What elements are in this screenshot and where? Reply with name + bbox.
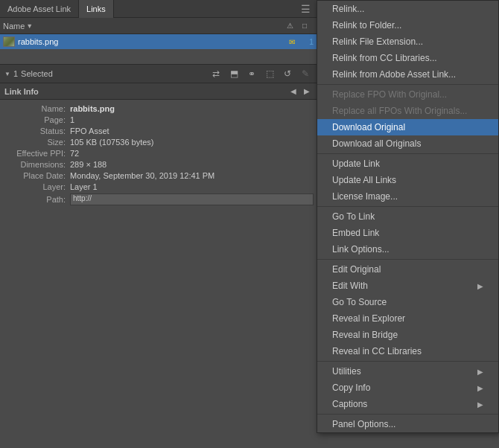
size-value: 105 KB (107536 bytes) [70,138,314,147]
menu-item-copy-info[interactable]: Copy Info▶ [317,380,498,396]
menu-item-captions[interactable]: Captions▶ [317,396,498,412]
path-label: Path: [3,195,70,204]
relink-folder-icon[interactable]: ⬒ [227,67,241,80]
layer-value: Layer 1 [70,182,314,191]
bottom-toolbar: ▼ 1 Selected ⇄ ⬒ ⚭ ⬚ ↺ ✎ [0,64,317,83]
file-name: rabbits.png [18,37,285,46]
menu-item-license-image[interactable]: License Image... [317,188,498,205]
table-row[interactable]: rabbits.png ✉ 1 [0,34,317,49]
nav-prev-btn[interactable]: ◀ [288,86,299,97]
menu-item-reveal-in-cc-libraries[interactable]: Reveal in CC Libraries [317,343,498,359]
place-date-value: Monday, September 30, 2019 12:41 PM [70,171,314,180]
context-menu: Relink...Relink to Folder...Relink File … [317,0,499,433]
menu-item-label-relink-from-cc: Relink from CC Libraries... [332,53,437,63]
info-row-layer: Layer: Layer 1 [3,182,314,191]
selected-text: Selected [21,69,53,78]
menu-item-label-captions: Captions [332,399,367,409]
menu-item-label-reveal-in-cc-libraries: Reveal in CC Libraries [332,346,422,356]
menu-item-replace-fpo: Replace FPO With Original... [317,86,498,103]
menu-item-label-copy-info: Copy Info [332,383,370,393]
menu-separator [317,206,498,207]
submenu-arrow-icon: ▶ [477,368,483,376]
menu-item-label-replace-fpo: Replace FPO With Original... [332,89,447,100]
file-thumbnail [3,36,15,47]
menu-item-label-panel-options: Panel Options... [332,419,395,429]
menu-item-link-options[interactable]: Link Options... [317,241,498,257]
menu-item-edit-original[interactable]: Edit Original [317,261,498,278]
tab-adobe-asset-link[interactable]: Adobe Asset Link [0,0,79,18]
file-status-icon: ✉ [285,35,299,48]
menu-item-reveal-in-bridge[interactable]: Reveal in Bridge [317,327,498,343]
menu-item-relink-from-cc[interactable]: Relink from CC Libraries... [317,50,498,66]
edit-icon: ✎ [299,67,312,80]
menu-item-go-to-link[interactable]: Go To Link [317,208,498,225]
relink-icon[interactable]: ⇄ [209,67,223,80]
info-row-ppi: Effective PPI: 72 [3,149,314,158]
link-info-body: Name: rabbits.png Page: 1 Status: FPO As… [0,100,317,448]
warning-col-icon: ⚠ [284,20,296,32]
info-row-place-date: Place Date: Monday, September 30, 2019 1… [3,171,314,180]
menu-item-download-all-originals[interactable]: Download all Originals [317,135,498,152]
menu-item-update-all-links[interactable]: Update All Links [317,172,498,188]
menu-item-label-relink-to-folder: Relink to Folder... [332,20,401,31]
link-info-header: Link Info ◀ ▶ [0,83,317,100]
info-row-dimensions: Dimensions: 289 × 188 [3,160,314,169]
menu-item-relink-file-extension[interactable]: Relink File Extension... [317,33,498,50]
menu-item-label-download-original: Download Original [332,122,405,132]
info-row-name: Name: rabbits.png [3,104,314,113]
menu-item-relink-from-adobe[interactable]: Relink from Adobe Asset Link... [317,66,498,83]
page-label: Page: [3,115,70,124]
menu-separator [317,361,498,362]
panel-menu-icon[interactable]: ☰ [295,3,317,15]
col-name-header: Name ▼ [3,22,284,31]
name-label: Name: [3,104,70,113]
submenu-arrow-icon: ▶ [477,384,483,392]
menu-item-reveal-in-explorer[interactable]: Reveal in Explorer [317,310,498,327]
place-date-label: Place Date: [3,171,70,180]
menu-item-label-replace-all-fpo: Replace all FPOs With Originals... [332,106,467,116]
info-row-status: Status: FPO Asset [3,127,314,135]
menu-item-label-relink-from-adobe: Relink from Adobe Asset Link... [332,69,456,80]
menu-item-embed-link[interactable]: Embed Link [317,225,498,241]
submenu-arrow-icon: ▶ [477,282,483,290]
menu-item-label-utilities: Utilities [332,366,361,377]
menu-item-relink-to-folder[interactable]: Relink to Folder... [317,17,498,33]
embed-icon[interactable]: ⬚ [263,67,276,80]
tab-links[interactable]: Links [79,0,114,18]
menu-item-utilities[interactable]: Utilities▶ [317,363,498,380]
menu-item-label-edit-with: Edit With [332,281,368,291]
menu-item-go-to-source[interactable]: Go To Source [317,294,498,310]
nav-next-btn[interactable]: ▶ [302,86,312,97]
menu-item-edit-with[interactable]: Edit With▶ [317,278,498,294]
menu-item-relink[interactable]: Relink... [317,1,498,17]
ppi-value: 72 [70,149,314,158]
menu-item-update-link[interactable]: Update Link [317,156,498,172]
dimensions-value: 289 × 188 [70,160,314,169]
selected-label: ▼ 1 Selected [4,69,53,78]
menu-item-download-original[interactable]: Download Original [317,119,498,135]
link-icon[interactable]: ⚭ [245,67,258,80]
info-row-size: Size: 105 KB (107536 bytes) [3,138,314,147]
submenu-arrow-icon: ▶ [477,400,483,409]
menu-item-label-download-all-originals: Download all Originals [332,138,421,149]
menu-item-label-reveal-in-bridge: Reveal in Bridge [332,330,398,340]
page-col-icon: □ [299,20,311,32]
tab-bar: Adobe Asset Link Links ☰ [0,0,317,18]
menu-item-label-update-all-links: Update All Links [332,175,396,185]
menu-item-panel-options[interactable]: Panel Options... [317,416,498,432]
status-value: FPO Asset [70,127,314,135]
path-value: http:// [70,193,314,205]
dimensions-label: Dimensions: [3,160,70,169]
file-page-number: 1 [299,37,314,46]
page-value: 1 [70,115,314,124]
menu-item-label-link-options: Link Options... [332,244,390,255]
info-row-page: Page: 1 [3,115,314,124]
column-headers: Name ▼ ⚠ □ [0,18,317,34]
menu-separator [317,84,498,85]
toolbar-icons: ⇄ ⬒ ⚭ ⬚ ↺ ✎ [209,67,312,80]
update-icon[interactable]: ↺ [281,67,294,80]
size-label: Size: [3,138,70,147]
menu-separator [317,414,498,415]
menu-item-label-embed-link: Embed Link [332,228,379,238]
ppi-label: Effective PPI: [3,149,70,158]
